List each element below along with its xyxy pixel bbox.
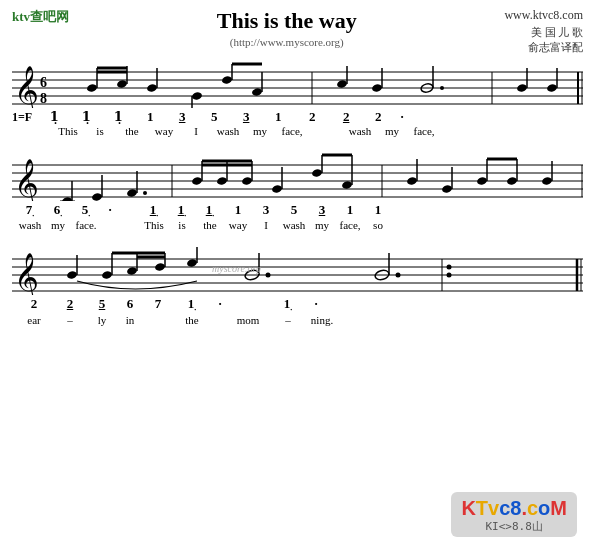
svg-point-73 [476, 176, 487, 185]
svg-point-61 [271, 184, 282, 193]
svg-point-75 [506, 176, 517, 185]
svg-point-101 [266, 273, 271, 278]
n8: 1 [262, 109, 294, 125]
s3l1: ear [16, 314, 52, 326]
s2l3: face. [72, 219, 100, 231]
svg-point-69 [406, 176, 417, 185]
website: www.ktvc8.com [504, 8, 583, 23]
svg-text:myscore.org: myscore.org [212, 263, 261, 274]
s2n9: 1 [224, 202, 252, 218]
s3l8: mom [228, 314, 268, 326]
l10: wash [344, 125, 376, 137]
l12: face, [408, 125, 440, 137]
s3l6: the [172, 314, 212, 326]
s2n2: 6· [44, 202, 72, 220]
s3n9: 1· [268, 296, 308, 314]
s3n6: 1· [172, 296, 212, 314]
svg-point-53 [191, 176, 202, 185]
l4: way [148, 125, 180, 137]
credit-line2: 俞志富译配 [504, 40, 583, 55]
s3l4: in [116, 314, 144, 326]
section3-staff: 𝄞 myscore.org [12, 247, 583, 295]
s2l1: wash [16, 219, 44, 231]
s2l2: my [44, 219, 72, 231]
svg-point-105 [447, 273, 452, 278]
svg-point-22 [251, 87, 262, 96]
s3n10: · [308, 296, 324, 312]
s3n2: 2 [52, 296, 88, 312]
n5: 3 [166, 109, 198, 125]
s3l3: ly [88, 314, 116, 326]
svg-text:𝄞: 𝄞 [14, 159, 39, 201]
svg-point-36 [546, 83, 557, 92]
svg-point-55 [216, 176, 227, 185]
title-center: This is the way (http://www.myscore.org) [69, 8, 504, 48]
n11: 2 [362, 109, 394, 125]
s2l8: the [196, 219, 224, 231]
svg-point-10 [86, 83, 97, 92]
svg-text:𝄞: 𝄞 [14, 66, 39, 108]
section2-numbers: 7· 6· 5· · 1· 1· 1· 1 3 5 3 1 1 wash my … [12, 201, 583, 232]
svg-text:𝄞: 𝄞 [14, 253, 39, 295]
l2: is [84, 125, 116, 137]
s2n6: 1· [140, 202, 168, 220]
svg-point-110 [396, 273, 401, 278]
s2n3: 5· [72, 202, 100, 220]
svg-point-65 [341, 180, 352, 189]
l7: my [244, 125, 276, 137]
l11: my [376, 125, 408, 137]
s3n5: 7 [144, 296, 172, 312]
svg-point-47 [91, 192, 102, 201]
s2l10: I [252, 219, 280, 231]
svg-point-26 [336, 79, 347, 88]
staff-svg-2: 𝄞 [12, 153, 583, 201]
s3l2: – [52, 314, 88, 326]
svg-point-34 [516, 83, 527, 92]
n10: 2 [330, 109, 362, 125]
s2n4: · [100, 202, 120, 218]
svg-point-91 [126, 267, 137, 276]
svg-point-49 [126, 188, 137, 197]
s2l14: so [364, 219, 392, 231]
s3n1: 2 [16, 296, 52, 312]
l8: face, [276, 125, 308, 137]
svg-point-87 [66, 271, 77, 280]
s2l13: face, [336, 219, 364, 231]
svg-point-93 [154, 263, 165, 272]
svg-point-12 [116, 79, 127, 88]
n12: · [394, 109, 410, 125]
staff-svg-1: 𝄞 6 8 [12, 60, 583, 108]
svg-point-32 [440, 86, 444, 90]
l6: wash [212, 125, 244, 137]
key-label: 1=F [12, 110, 32, 125]
svg-point-20 [221, 75, 232, 84]
page: ktv查吧网 This is the way (http://www.mysco… [0, 0, 595, 555]
ktv-logo: ktv查吧网 [12, 8, 69, 26]
main-title: This is the way [69, 8, 504, 34]
section1-numbers: 1=F 1̣ 1̣ 1̣ 1 3 5 3 1 2 2 2 · This is t… [12, 108, 583, 137]
n3: 1̣ [102, 109, 134, 125]
s2n11: 5 [280, 202, 308, 218]
svg-point-14 [146, 83, 157, 92]
subtitle: (http://www.myscore.org) [69, 36, 504, 48]
header: ktv查吧网 This is the way (http://www.mysco… [0, 0, 595, 56]
svg-point-104 [447, 265, 452, 270]
s2l7: is [168, 219, 196, 231]
n7: 3 [230, 109, 262, 125]
svg-text:8: 8 [40, 91, 47, 106]
s2n12: 3 [308, 202, 336, 218]
section1-staff: 𝄞 6 8 [12, 60, 583, 108]
s3n7: · [212, 296, 228, 312]
s2l9: way [224, 219, 252, 231]
section2-staff: 𝄞 [12, 153, 583, 201]
svg-point-97 [186, 259, 197, 268]
n9: 2 [294, 109, 330, 125]
s3l10: ning. [308, 314, 336, 326]
staff-svg-3: 𝄞 myscore.org [12, 247, 583, 295]
credit-line1: 美 国 儿 歌 [504, 25, 583, 40]
l1: This [52, 125, 84, 137]
s2l12: my [308, 219, 336, 231]
svg-point-78 [541, 176, 552, 185]
s2l6: This [140, 219, 168, 231]
s2n13: 1 [336, 202, 364, 218]
